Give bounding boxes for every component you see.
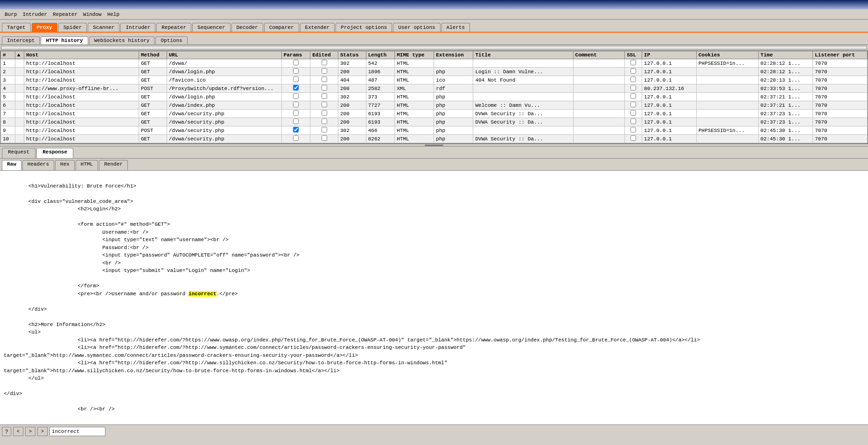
row-checkbox[interactable] <box>322 127 327 132</box>
search-input[interactable] <box>49 427 105 436</box>
menu-item-repeater[interactable]: Repeater <box>50 11 80 18</box>
proxy-tab-intercept[interactable]: Intercept <box>2 36 40 44</box>
row-checkbox[interactable] <box>322 118 327 124</box>
code-line: <ul> <box>4 329 41 335</box>
table-body: 1http://localhostGET/dvwa/302542HTML127.… <box>1 59 868 144</box>
code-line: target="_blank">http://www.sillychicken.… <box>4 368 340 374</box>
menu-item-help[interactable]: Help <box>105 11 122 18</box>
row-checkbox[interactable] <box>322 68 327 74</box>
table-row[interactable]: 4http://www.proxy-offline-br...POST/Prox… <box>1 84 868 93</box>
table-row[interactable]: 2http://localhostGET/dvwa/login.php20018… <box>1 68 868 76</box>
main-tab-user-options[interactable]: User options <box>393 23 440 32</box>
col-header-up[interactable]: ▲ <box>15 51 24 59</box>
row-checkbox[interactable] <box>630 93 636 99</box>
tab-render[interactable]: Render <box>99 160 128 170</box>
row-checkbox[interactable] <box>293 135 299 141</box>
col-header-method[interactable]: Method <box>139 51 167 59</box>
main-tab-spider[interactable]: Spider <box>58 23 87 32</box>
col-header-length[interactable]: Length <box>366 51 394 59</box>
row-checkbox[interactable] <box>322 110 327 116</box>
menu-item-intruder[interactable]: Intruder <box>20 11 50 18</box>
row-checkbox[interactable] <box>293 68 299 74</box>
col-header-cookies[interactable]: Cookies <box>696 51 758 59</box>
row-checkbox[interactable] <box>293 76 299 82</box>
row-checkbox[interactable] <box>630 76 636 82</box>
row-checkbox[interactable] <box>293 102 299 107</box>
main-tab-comparer[interactable]: Comparer <box>264 23 299 32</box>
row-checkbox[interactable] <box>322 76 327 82</box>
main-tab-project-options[interactable]: Project options <box>336 23 392 32</box>
prev-button[interactable]: < <box>13 427 23 436</box>
highlighted-word: incorrect <box>189 291 216 297</box>
table-row[interactable]: 6http://localhostGET/dvwa/index.php20077… <box>1 101 868 110</box>
table-row[interactable]: 9http://localhostPOST/dvwa/security.php3… <box>1 126 868 135</box>
row-checkbox[interactable] <box>322 60 327 65</box>
row-checkbox[interactable] <box>630 68 636 74</box>
help-button[interactable]: ? <box>2 427 11 436</box>
menu-item-burp[interactable]: Burp <box>2 11 20 18</box>
row-checkbox[interactable] <box>630 102 636 107</box>
col-header-host[interactable]: Host <box>24 51 139 59</box>
code-line: Password:<br /> <box>4 245 148 250</box>
main-tab-target[interactable]: Target <box>2 23 31 32</box>
row-checkbox[interactable] <box>293 85 299 90</box>
row-checkbox[interactable] <box>322 85 327 90</box>
table-row[interactable]: 5http://localhostGET/dvwa/login.php30237… <box>1 93 868 101</box>
main-tab-proxy[interactable]: Proxy <box>32 23 57 32</box>
col-header-status[interactable]: Status <box>338 51 366 59</box>
col-header-mime[interactable]: MIME type <box>395 51 434 59</box>
col-header-ext[interactable]: Extension <box>434 51 473 59</box>
row-checkbox[interactable] <box>322 135 327 141</box>
table-row[interactable]: 10http://localhostGET/dvwa/security.php2… <box>1 135 868 143</box>
col-header-params[interactable]: Params <box>281 51 310 59</box>
main-tab-extender[interactable]: Extender <box>300 23 335 32</box>
main-tabs: TargetProxySpiderScannerIntruderRepeater… <box>0 20 868 33</box>
col-header-edited[interactable]: Edited <box>310 51 338 59</box>
col-header-ssl[interactable]: SSL <box>625 51 642 59</box>
row-checkbox[interactable] <box>293 93 299 99</box>
main-tab-intruder[interactable]: Intruder <box>120 23 155 32</box>
row-checkbox[interactable] <box>630 60 636 65</box>
bottom-bar: ? < > > <box>0 424 868 438</box>
table-row[interactable]: 8http://localhostGET/dvwa/security.php20… <box>1 118 868 126</box>
tab-response[interactable]: Response <box>36 148 73 158</box>
main-tab-alerts[interactable]: Alerts <box>441 23 470 32</box>
tab-html[interactable]: HTML <box>76 160 98 170</box>
forward-button[interactable]: > <box>37 427 48 436</box>
filter-bar[interactable] <box>1 46 867 49</box>
col-header-comment[interactable]: Comment <box>573 51 625 59</box>
row-checkbox[interactable] <box>293 127 299 132</box>
proxy-tab-http-history[interactable]: HTTP history <box>41 36 88 44</box>
next-button[interactable]: > <box>25 427 35 436</box>
tab-request[interactable]: Request <box>2 148 35 158</box>
tab-raw[interactable]: Raw <box>2 160 21 170</box>
main-tab-repeater[interactable]: Repeater <box>156 23 191 32</box>
row-checkbox[interactable] <box>630 127 636 132</box>
table-row[interactable]: 3http://localhostGET/favicon.ico404487HT… <box>1 76 868 84</box>
table-row[interactable]: 7http://localhostGET/dvwa/security.php20… <box>1 110 868 118</box>
col-header-time[interactable]: Time <box>758 51 813 59</box>
row-checkbox[interactable] <box>630 110 636 116</box>
table-row[interactable]: 1http://localhostGET/dvwa/302542HTML127.… <box>1 59 868 68</box>
col-header-port[interactable]: Listener port <box>813 51 868 59</box>
col-header-num[interactable]: # <box>1 51 15 59</box>
row-checkbox[interactable] <box>630 135 636 141</box>
proxy-tab-options[interactable]: Options <box>155 36 187 44</box>
col-header-url[interactable]: URL <box>167 51 281 59</box>
row-checkbox[interactable] <box>293 110 299 116</box>
col-header-ip[interactable]: IP <box>642 51 697 59</box>
row-checkbox[interactable] <box>293 118 299 124</box>
row-checkbox[interactable] <box>322 93 327 99</box>
row-checkbox[interactable] <box>293 60 299 65</box>
main-tab-decoder[interactable]: Decoder <box>231 23 263 32</box>
menu-item-window[interactable]: Window <box>80 11 105 18</box>
main-tab-scanner[interactable]: Scanner <box>88 23 119 32</box>
tab-hex[interactable]: Hex <box>55 160 75 170</box>
tab-headers[interactable]: Headers <box>22 160 54 170</box>
main-tab-sequencer[interactable]: Sequencer <box>192 23 230 32</box>
proxy-tab-websockets-history[interactable]: WebSockets history <box>89 36 155 44</box>
row-checkbox[interactable] <box>630 118 636 124</box>
row-checkbox[interactable] <box>630 85 636 90</box>
col-header-title[interactable]: Title <box>473 51 573 59</box>
row-checkbox[interactable] <box>322 102 327 107</box>
